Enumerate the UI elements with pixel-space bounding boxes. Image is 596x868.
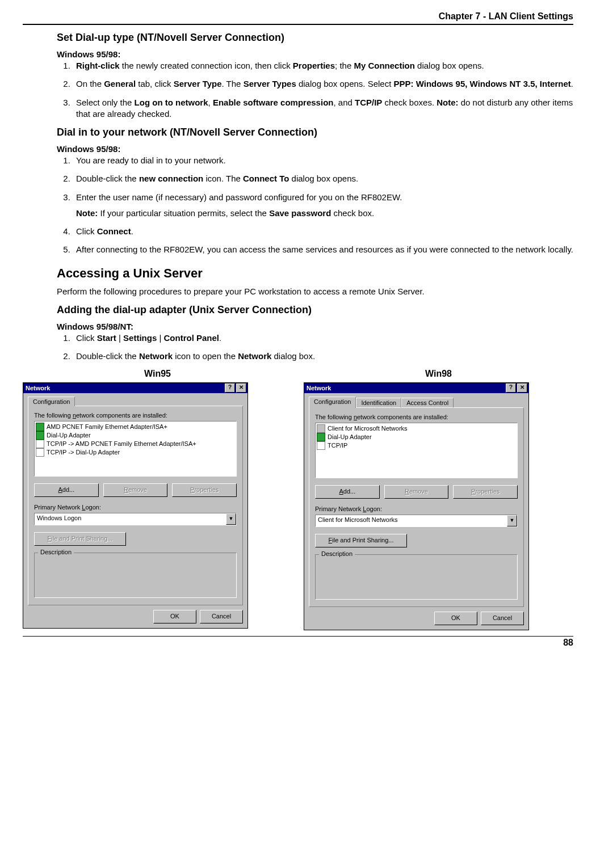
subhead-win9598nt: Windows 95/98/NT:: [57, 322, 573, 331]
adapter-icon: [36, 431, 44, 440]
protocol-icon: [36, 440, 44, 448]
logon-combo[interactable]: Windows Logon ▼: [34, 513, 237, 525]
tab-panel: The following network components are ins…: [309, 407, 524, 607]
ok-button[interactable]: OK: [434, 612, 477, 625]
logon-label: Primary Network Logon:: [34, 504, 237, 511]
cancel-button[interactable]: Cancel: [200, 610, 243, 623]
list-item[interactable]: TCP/IP -> Dial-Up Adapter: [36, 448, 235, 457]
file-print-sharing-button[interactable]: File and Print Sharing...: [315, 534, 407, 547]
file-print-sharing-button[interactable]: File and Print Sharing...: [34, 532, 126, 546]
protocol-icon: [317, 441, 325, 450]
properties-button[interactable]: Properties: [453, 485, 518, 499]
dialog-body: Configuration The following network comp…: [23, 393, 247, 628]
adapter-icon: [317, 433, 325, 441]
components-label: The following network components are ins…: [34, 412, 237, 419]
step: Enter the user name (if necessary) and p…: [73, 192, 573, 203]
unix-intro: Perform the following procedures to prep…: [57, 286, 573, 296]
tab-configuration[interactable]: Configuration: [309, 397, 356, 408]
protocol-icon: [36, 448, 44, 457]
combo-value: Client for Microsoft Networks: [316, 515, 507, 526]
network-dialog-win95: Network ? ✕ Configuration The following …: [23, 382, 248, 629]
step: You are ready to dial in to your network…: [73, 155, 573, 166]
tab-identification[interactable]: Identification: [356, 398, 401, 408]
components-label: The following network components are ins…: [315, 414, 518, 420]
header-rule: [23, 24, 573, 25]
button-row: Add... Remove Properties: [315, 485, 518, 499]
groupbox-title: Description: [38, 549, 74, 555]
step: After connecting to the RF802EW, you can…: [73, 244, 573, 255]
list-item[interactable]: Dial-Up Adapter: [317, 433, 516, 441]
win95-column: Win95 Network ? ✕ Configuration The foll…: [23, 369, 292, 630]
step: Double-click the Network icon to open th…: [73, 351, 573, 362]
chevron-down-icon[interactable]: ▼: [226, 513, 236, 525]
close-button[interactable]: ✕: [236, 384, 246, 393]
subhead-win9598-b: Windows 95/98:: [57, 144, 573, 154]
description-groupbox: Description: [315, 554, 518, 600]
components-list[interactable]: Client for Microsoft Networks Dial-Up Ad…: [315, 423, 518, 478]
step: Click Connect.: [73, 226, 573, 237]
label-win95: Win95: [23, 369, 292, 379]
steps-adding-adapter: Click Start | Settings | Control Panel. …: [57, 332, 573, 363]
section-title-adding-adapter: Adding the dial-up adapter (Unix Server …: [57, 304, 573, 316]
network-dialog-win98: Network ? ✕ Configuration Identification…: [304, 382, 529, 630]
client-icon: [317, 424, 325, 433]
add-button[interactable]: Add...: [34, 483, 99, 497]
tab-panel: The following network components are ins…: [28, 406, 243, 605]
list-item[interactable]: AMD PCNET Family Ethernet Adapter/ISA+: [36, 423, 235, 431]
list-item[interactable]: Client for Microsoft Networks: [317, 424, 516, 433]
titlebar[interactable]: Network ? ✕: [304, 383, 528, 393]
properties-button[interactable]: Properties: [172, 483, 237, 497]
section-title-dial-in: Dial in to your network (NT/Novell Serve…: [57, 127, 573, 138]
page-number: 88: [23, 638, 573, 648]
list-item[interactable]: Dial-Up Adapter: [36, 431, 235, 440]
dialog-body: Configuration Identification Access Cont…: [304, 393, 528, 630]
list-item[interactable]: TCP/IP: [317, 441, 516, 450]
dialog-title: Network: [307, 385, 505, 391]
cancel-button[interactable]: Cancel: [481, 612, 524, 625]
chapter-header: Chapter 7 - LAN Client Settings: [23, 11, 573, 22]
components-list[interactable]: AMD PCNET Family Ethernet Adapter/ISA+ D…: [34, 421, 237, 477]
list-item[interactable]: TCP/IP -> AMD PCNET Family Ethernet Adap…: [36, 440, 235, 448]
steps-dial-in: You are ready to dial in to your network…: [57, 155, 573, 203]
step: Select only the Log on to network, Enabl…: [73, 97, 573, 120]
combo-value: Windows Logon: [35, 513, 226, 525]
step: Double-click the new connection icon. Th…: [73, 173, 573, 184]
tab-access-control[interactable]: Access Control: [401, 398, 454, 408]
help-button[interactable]: ?: [225, 384, 235, 393]
win98-column: Win98 Network ? ✕ Configuration Identifi…: [304, 369, 573, 630]
steps-dialup-type: Right-click the newly created connection…: [57, 60, 573, 120]
steps-dial-in-cont: Click Connect. After connecting to the R…: [57, 226, 573, 256]
logon-combo[interactable]: Client for Microsoft Networks ▼: [315, 515, 518, 527]
step: On the General tab, click Server Type. T…: [73, 78, 573, 90]
ok-button[interactable]: OK: [153, 610, 196, 623]
dialog-footer: OK Cancel: [28, 610, 243, 623]
remove-button[interactable]: Remove: [103, 483, 168, 497]
description-groupbox: Description: [34, 553, 237, 598]
button-row: Add... Remove Properties: [34, 483, 237, 497]
add-button[interactable]: Add...: [315, 485, 380, 499]
tab-strip: Configuration Identification Access Cont…: [309, 397, 524, 408]
tab-strip: Configuration: [28, 397, 243, 406]
dialog-row: Win95 Network ? ✕ Configuration The foll…: [23, 369, 573, 630]
page-content: Set Dial-up type (NT/Novell Server Conne…: [57, 32, 573, 630]
close-button[interactable]: ✕: [517, 384, 527, 393]
groupbox-title: Description: [319, 550, 355, 557]
help-button[interactable]: ?: [506, 384, 516, 393]
remove-button[interactable]: Remove: [384, 485, 449, 499]
tab-configuration[interactable]: Configuration: [28, 397, 75, 406]
step: Right-click the newly created connection…: [73, 60, 573, 71]
section-title-dialup-type: Set Dial-up type (NT/Novell Server Conne…: [57, 32, 573, 44]
dialog-footer: OK Cancel: [309, 612, 524, 625]
logon-label: Primary Network Logon:: [315, 505, 518, 512]
footer-rule: [23, 636, 573, 637]
note-save-password: Note: If your particular situation permi…: [76, 208, 573, 219]
dialog-title: Network: [26, 385, 224, 391]
chevron-down-icon[interactable]: ▼: [507, 515, 517, 526]
adapter-icon: [36, 423, 44, 431]
titlebar[interactable]: Network ? ✕: [23, 383, 247, 393]
label-win98: Win98: [304, 369, 573, 379]
subhead-win9598-a: Windows 95/98:: [57, 49, 573, 59]
section-title-unix: Accessing a Unix Server: [57, 266, 573, 281]
step: Click Start | Settings | Control Panel.: [73, 332, 573, 344]
